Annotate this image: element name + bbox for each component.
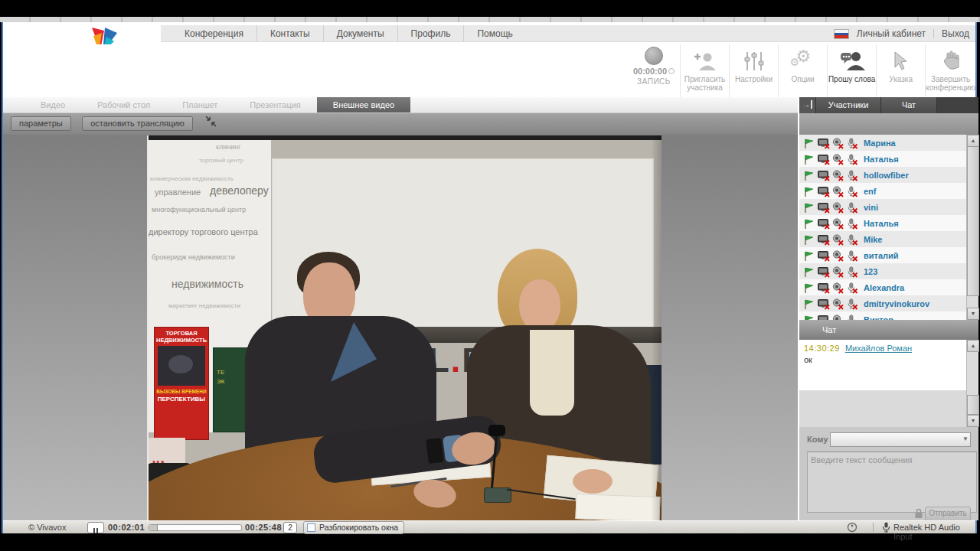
tab-chat[interactable]: Чат bbox=[881, 97, 937, 113]
settings-sliders-icon bbox=[743, 47, 766, 75]
scroll-down-arrow[interactable]: ▼ bbox=[967, 415, 979, 427]
participant-row[interactable]: виталий bbox=[799, 247, 978, 263]
logout-link[interactable]: Выход bbox=[942, 28, 969, 39]
message-compose-area: Кому ▼ Введите текст сообщения Отправить bbox=[799, 427, 978, 520]
mic-off-icon bbox=[847, 315, 860, 321]
russian-flag-icon[interactable] bbox=[834, 29, 849, 39]
windows-count-button[interactable]: 2 bbox=[283, 522, 297, 533]
pause-button[interactable] bbox=[87, 522, 104, 533]
webcam-off-icon bbox=[832, 315, 845, 321]
screen-share-off-icon bbox=[818, 218, 831, 229]
view-tabs: Видео Рабочий стол Планшет Презентация В… bbox=[3, 97, 798, 113]
participant-name[interactable]: виталий bbox=[864, 251, 899, 260]
seek-slider[interactable] bbox=[149, 524, 242, 531]
end-conference-button[interactable]: Завершить конференцию bbox=[925, 44, 975, 97]
scroll-down-arrow[interactable]: ▼ bbox=[967, 308, 979, 320]
hand-raise-flag-icon bbox=[803, 218, 816, 229]
webcam-off-icon bbox=[832, 218, 845, 229]
participant-name[interactable]: dmitryvinokurov bbox=[864, 299, 929, 308]
webcam-off-icon bbox=[832, 202, 845, 213]
participant-row[interactable]: Марина bbox=[799, 135, 978, 151]
settings-button[interactable]: Настройки bbox=[729, 44, 778, 97]
request-floor-button[interactable]: Прошу слова bbox=[827, 44, 876, 97]
stop-broadcast-button[interactable]: остановить трансляцию bbox=[82, 116, 193, 131]
participant-list: Марина Наталья bbox=[799, 135, 978, 320]
mic-off-icon bbox=[847, 250, 860, 261]
panel-tabs: → Участники Чат bbox=[799, 97, 978, 113]
send-button[interactable]: Отправить bbox=[925, 507, 971, 521]
mic-off-icon bbox=[847, 138, 860, 148]
record-timer: 00:00:00 bbox=[633, 67, 667, 76]
scroll-up-arrow[interactable]: ▲ bbox=[967, 340, 979, 352]
unlock-checkbox[interactable] bbox=[307, 523, 315, 532]
webcam-off-icon bbox=[832, 250, 845, 261]
participant-name[interactable]: 123 bbox=[864, 267, 877, 276]
scrollbar-thumb[interactable] bbox=[967, 146, 979, 296]
invite-participant-icon bbox=[693, 47, 717, 75]
record-label: ЗАПИСЬ bbox=[629, 77, 678, 86]
tab-video[interactable]: Видео bbox=[24, 97, 81, 112]
menu-item[interactable]: Документы bbox=[324, 25, 398, 42]
webcam-off-icon bbox=[832, 154, 845, 165]
participant-row[interactable]: 123 bbox=[799, 263, 978, 279]
participant-row[interactable]: enf bbox=[799, 183, 978, 199]
participant-name[interactable]: Mike bbox=[864, 235, 882, 244]
message-author-link[interactable]: Михайлов Роман bbox=[845, 344, 912, 353]
menu-item[interactable]: Контакты bbox=[257, 25, 324, 42]
microphone-input-icon[interactable] bbox=[882, 522, 890, 536]
participant-name[interactable]: Наталья bbox=[864, 219, 899, 228]
participant-name[interactable]: enf bbox=[864, 187, 877, 196]
hand-raise-flag-icon bbox=[803, 186, 816, 197]
participant-row[interactable]: Alexandra bbox=[799, 279, 978, 295]
participant-name[interactable]: Alexandra bbox=[864, 283, 904, 292]
participant-name[interactable]: vini bbox=[864, 203, 878, 212]
webcam-off-icon bbox=[832, 282, 845, 293]
participants-scrollbar[interactable]: ▲ ▼ bbox=[966, 135, 978, 320]
participant-row[interactable]: hollowfiber bbox=[799, 167, 978, 183]
tab-external-video[interactable]: Внешнее видео bbox=[317, 97, 410, 112]
message-input[interactable]: Введите текст сообщения bbox=[807, 452, 977, 513]
menu-item[interactable]: Конференция bbox=[172, 25, 257, 42]
participant-name[interactable]: Марина bbox=[864, 139, 896, 148]
tab-participants[interactable]: Участники bbox=[816, 97, 881, 113]
params-button[interactable]: параметры bbox=[11, 116, 71, 131]
chat-empty-area bbox=[799, 390, 967, 427]
participant-row[interactable]: Mike bbox=[799, 231, 978, 247]
participant-row[interactable]: Виктор bbox=[799, 311, 978, 320]
participant-name[interactable]: hollowfiber bbox=[864, 171, 909, 180]
options-button[interactable]: ⚙⚙ Опции bbox=[778, 44, 827, 97]
seek-progress bbox=[149, 525, 158, 530]
webcam-off-icon bbox=[832, 266, 845, 277]
conference-toolbar: 00:00:00 ЗАПИСЬ Пригласить участника Нас… bbox=[3, 44, 975, 97]
resize-video-icon[interactable] bbox=[205, 116, 217, 130]
record-button-icon[interactable] bbox=[645, 47, 663, 65]
collapse-panel-button[interactable]: → bbox=[799, 97, 816, 113]
scroll-up-arrow[interactable]: ▲ bbox=[967, 135, 979, 147]
record-block[interactable]: 00:00:00 ЗАПИСЬ bbox=[629, 44, 678, 97]
menu-item[interactable]: Помощь bbox=[464, 25, 525, 42]
participant-row[interactable]: Наталья bbox=[799, 151, 978, 167]
menu-item[interactable]: Профиль bbox=[398, 25, 465, 42]
hand-raise-flag-icon bbox=[803, 234, 816, 245]
tab-presentation[interactable]: Презентация bbox=[234, 97, 316, 112]
speech-person-icon bbox=[839, 47, 865, 75]
pointer-button[interactable]: Указка bbox=[876, 44, 925, 97]
invite-participant-button[interactable]: Пригласить участника bbox=[680, 44, 729, 97]
participant-row[interactable]: dmitryvinokurov bbox=[799, 295, 978, 311]
unlock-windows-control[interactable]: Разблокировать окна bbox=[303, 521, 404, 534]
tab-tablet[interactable]: Планшет bbox=[166, 97, 234, 112]
personal-cabinet-link[interactable]: Личный кабинет bbox=[857, 28, 926, 39]
participant-row[interactable]: vini bbox=[799, 199, 978, 215]
participant-name[interactable]: Наталья bbox=[864, 155, 899, 164]
recipient-select[interactable]: ▼ bbox=[830, 432, 971, 447]
tab-desktop[interactable]: Рабочий стол bbox=[81, 97, 166, 112]
screen-share-off-icon bbox=[818, 234, 831, 245]
webcam-status-icon[interactable] bbox=[847, 522, 858, 536]
screen-share-off-icon bbox=[818, 282, 831, 293]
participant-row[interactable]: Наталья bbox=[799, 215, 978, 231]
red-poster: ТОРГОВАЯ НЕДВИЖИМОСТЬ ВЫЗОВЫ ВРЕМЕНИ ПЕР… bbox=[154, 327, 209, 440]
wristwatch bbox=[426, 438, 444, 464]
screen-share-off-icon bbox=[818, 138, 831, 148]
chat-scrollbar[interactable]: ▲ ▼ bbox=[966, 340, 978, 427]
scrollbar-thumb[interactable] bbox=[967, 395, 979, 415]
